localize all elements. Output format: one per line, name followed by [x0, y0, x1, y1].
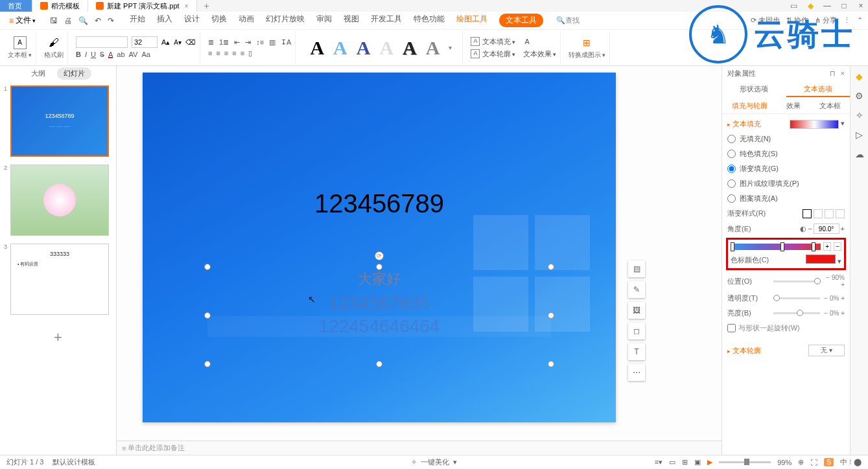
- case-icon[interactable]: Aa: [141, 51, 150, 59]
- fill-none-radio[interactable]: 无填充(N): [727, 134, 845, 144]
- text-fill-button[interactable]: 文本填充: [482, 37, 515, 47]
- clear-format-icon[interactable]: ⌫: [185, 38, 196, 47]
- title-text[interactable]: 123456789: [314, 189, 444, 218]
- font-size-select[interactable]: [132, 36, 158, 48]
- bullets-icon[interactable]: ≣: [208, 38, 214, 47]
- stop-color-swatch[interactable]: [806, 255, 836, 264]
- props-sub-fill[interactable]: 填充与轮廓: [732, 97, 768, 113]
- tab-special[interactable]: 特色功能: [414, 14, 445, 27]
- fill-gradient-radio[interactable]: 渐变填充(G): [727, 164, 845, 174]
- ime-indicator[interactable]: S: [824, 458, 834, 466]
- slide-thumb-1[interactable]: 1 123456789— — —: [5, 86, 111, 157]
- beautify-button[interactable]: 一键美化: [421, 457, 449, 467]
- pin-icon[interactable]: ⊓: [830, 69, 836, 78]
- selected-textbox[interactable]: ⟳ 大家好 1234567895 122454646464: [207, 267, 551, 364]
- strike-icon[interactable]: S̶: [100, 51, 104, 59]
- font-family-select[interactable]: [76, 36, 128, 48]
- grad-style-picker[interactable]: [803, 209, 845, 218]
- tab-design[interactable]: 设计: [184, 14, 200, 27]
- angle-plus[interactable]: +: [841, 225, 845, 233]
- view-notes-icon[interactable]: ≡▾: [655, 458, 663, 466]
- tab-view[interactable]: 视图: [344, 14, 359, 27]
- bold-icon[interactable]: B: [76, 51, 81, 59]
- tab-template[interactable]: 稻壳模板: [32, 0, 88, 12]
- highlight-icon[interactable]: ab: [117, 51, 124, 59]
- text-direction-icon[interactable]: ↧A: [281, 38, 291, 47]
- tool-crop-icon[interactable]: ◻: [628, 323, 645, 339]
- text-style-1[interactable]: A: [310, 37, 324, 59]
- handle-bl[interactable]: [204, 361, 211, 367]
- fill-pattern-radio[interactable]: 图案填充(A): [727, 194, 845, 203]
- undo-icon[interactable]: ↶: [95, 16, 101, 25]
- rail-animation-icon[interactable]: ▷: [856, 130, 863, 140]
- section-text-outline[interactable]: 文本轮廓: [727, 346, 761, 356]
- angle-input[interactable]: [814, 223, 839, 234]
- gradient-slider[interactable]: [731, 244, 821, 250]
- notes-bar[interactable]: ≡ 单击此处添加备注: [117, 440, 721, 455]
- text-fill-icon[interactable]: A: [471, 37, 480, 46]
- slide-thumb-2[interactable]: 2: [5, 165, 111, 236]
- close-icon[interactable]: ×: [185, 3, 189, 10]
- tab-review[interactable]: 审阅: [316, 14, 332, 27]
- tab-developer[interactable]: 开发工具: [371, 14, 402, 27]
- tool-image-icon[interactable]: 🖼: [628, 302, 645, 319]
- view-slideshow-icon[interactable]: ▶: [707, 458, 712, 466]
- angle-minus[interactable]: −: [808, 225, 812, 233]
- collapse-ribbon-icon[interactable]: ⌃: [857, 16, 863, 25]
- indent-right-icon[interactable]: ⇥: [245, 38, 251, 47]
- outline-tab-slides[interactable]: 幻灯片: [57, 67, 91, 80]
- redo-icon[interactable]: ↷: [108, 16, 114, 25]
- fill-picture-radio[interactable]: 图片或纹理填充(P): [727, 179, 845, 189]
- rail-cloud-icon[interactable]: ☁: [855, 149, 864, 159]
- props-tab-shape[interactable]: 形状选项: [722, 80, 786, 97]
- view-reading-icon[interactable]: ▣: [694, 458, 701, 466]
- add-slide-button[interactable]: +: [5, 323, 111, 352]
- increase-font-icon[interactable]: A▴: [161, 38, 170, 47]
- view-normal-icon[interactable]: ▭: [669, 458, 675, 466]
- columns-icon[interactable]: ▥: [269, 38, 276, 47]
- close-window-icon[interactable]: ×: [856, 1, 865, 10]
- align-right-icon[interactable]: ≡: [224, 49, 228, 58]
- tab-start[interactable]: 开始: [130, 14, 145, 27]
- tab-slideshow[interactable]: 幻灯片放映: [266, 14, 305, 27]
- tab-text-tools[interactable]: 文本工具: [499, 14, 543, 27]
- text-effect-style-icon[interactable]: A: [525, 38, 530, 45]
- text-style-2[interactable]: A: [333, 37, 347, 59]
- tab-insert[interactable]: 插入: [157, 14, 172, 27]
- add-stop-icon[interactable]: +: [823, 242, 831, 251]
- gallery-more-icon[interactable]: ▾: [449, 44, 452, 51]
- outline-select[interactable]: 无 ▾: [808, 345, 845, 356]
- char-spacing-icon[interactable]: AV: [129, 51, 138, 59]
- view-sorter-icon[interactable]: ⊞: [682, 458, 688, 466]
- outline-tab-outline[interactable]: 大纲: [25, 67, 52, 80]
- rail-style-icon[interactable]: ✧: [856, 110, 863, 120]
- fit-icon[interactable]: ⊕: [798, 458, 804, 466]
- textbox-icon[interactable]: A: [14, 36, 27, 49]
- angle-dial-icon[interactable]: ◐: [800, 225, 806, 233]
- tab-document[interactable]: 新建 PPT 演示文稿.ppt×: [88, 0, 197, 12]
- text-style-6[interactable]: A: [426, 37, 440, 59]
- fill-preview-swatch[interactable]: [790, 120, 839, 129]
- rail-diamond-icon[interactable]: ◆: [856, 71, 863, 82]
- line-spacing-icon[interactable]: ↕≡: [256, 38, 264, 46]
- handle-bm[interactable]: [376, 361, 382, 367]
- text-outline-icon[interactable]: A: [471, 49, 480, 58]
- align-justify-icon[interactable]: ≡: [232, 49, 236, 58]
- textbox-label[interactable]: 文本框: [8, 51, 32, 60]
- tab-drawing-tools[interactable]: 绘图工具: [456, 14, 487, 27]
- text-style-5[interactable]: A: [403, 37, 417, 59]
- handle-br[interactable]: [548, 361, 554, 367]
- file-menu[interactable]: ≡文件: [4, 14, 41, 27]
- search-box[interactable]: 🔍 查找: [556, 16, 580, 25]
- font-color-icon[interactable]: A: [108, 51, 113, 59]
- align-center-icon[interactable]: ≡: [216, 49, 220, 58]
- slide-thumb-3[interactable]: 3 333333• 有码设置: [5, 244, 111, 315]
- save-icon[interactable]: 🖫: [50, 16, 58, 25]
- props-sub-effect[interactable]: 效果: [786, 97, 801, 113]
- props-tab-text[interactable]: 文本选项: [786, 80, 850, 97]
- text-style-4[interactable]: A: [379, 37, 393, 59]
- format-painter-icon[interactable]: 🖌: [47, 36, 60, 49]
- tab-transition[interactable]: 切换: [211, 14, 227, 27]
- props-sub-box[interactable]: 文本框: [819, 97, 841, 113]
- text-style-3[interactable]: A: [357, 37, 371, 59]
